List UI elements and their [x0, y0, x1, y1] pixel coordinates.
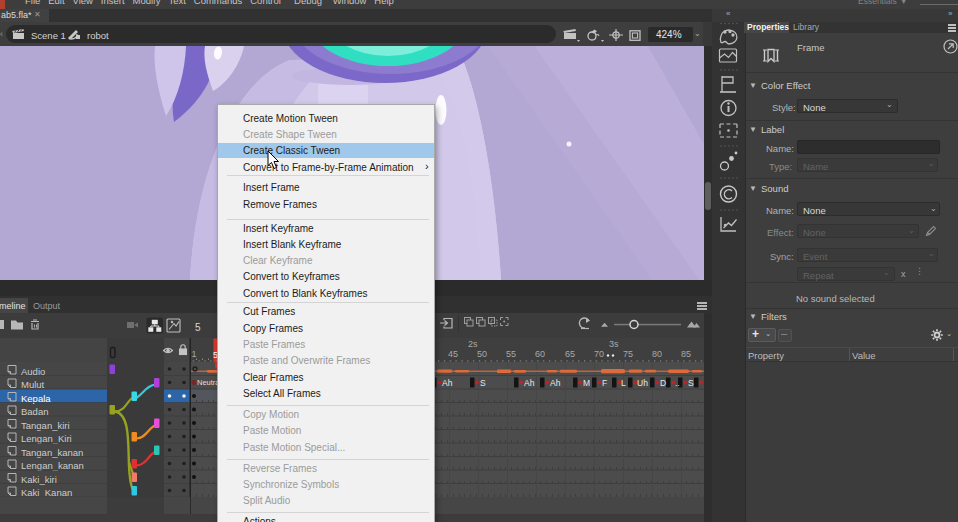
svg-text:..: .. [675, 378, 680, 388]
svg-text:Ah: Ah [442, 378, 453, 388]
svg-text:75: 75 [623, 349, 633, 359]
svg-text:50: 50 [477, 349, 487, 359]
svg-text:5: 5 [195, 322, 201, 333]
svg-text:85: 85 [681, 349, 691, 359]
svg-text:60: 60 [535, 349, 545, 359]
svg-text:65: 65 [565, 349, 575, 359]
svg-text:55: 55 [506, 349, 516, 359]
svg-text:L: L [621, 378, 626, 388]
svg-text:Uh: Uh [637, 378, 648, 388]
svg-text:D: D [660, 378, 666, 388]
svg-text:Ah: Ah [524, 378, 535, 388]
svg-text:1: 1 [192, 349, 197, 359]
svg-text:2s: 2s [468, 339, 478, 349]
svg-text:80: 80 [652, 349, 662, 359]
svg-text:70: 70 [594, 349, 604, 359]
svg-text:S: S [480, 378, 486, 388]
svg-text:Ah: Ah [550, 378, 561, 388]
svg-text:S: S [688, 378, 694, 388]
svg-text:M: M [583, 378, 590, 388]
svg-text:45: 45 [448, 349, 458, 359]
svg-text:3s: 3s [609, 339, 619, 349]
svg-text:F: F [602, 378, 607, 388]
